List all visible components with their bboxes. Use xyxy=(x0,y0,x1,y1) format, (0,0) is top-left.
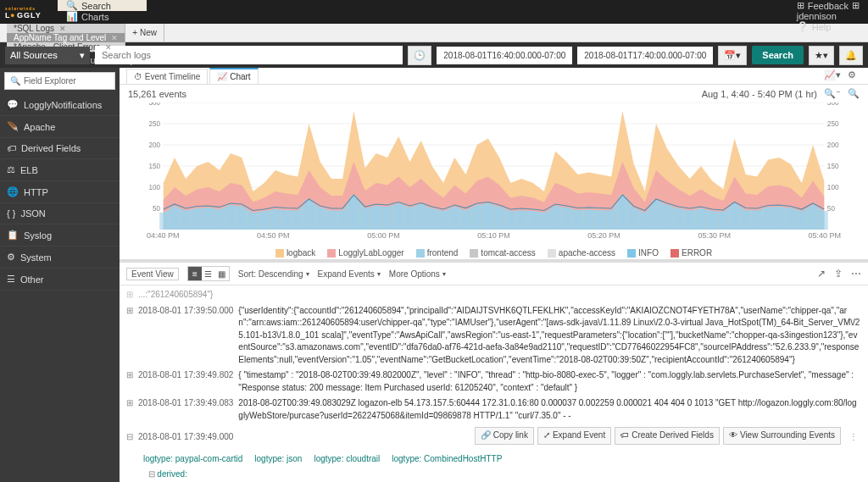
export-icon[interactable]: ⇪ xyxy=(834,268,843,280)
chart-settings-icon[interactable]: ⚙ xyxy=(848,69,856,80)
logtype-tag[interactable]: logtype: CombinedHostHTTP xyxy=(392,454,502,463)
svg-rect-79 xyxy=(765,208,772,230)
more-options-button[interactable]: More Options▾ xyxy=(389,269,446,279)
svg-rect-56 xyxy=(507,211,515,230)
field-explorer-input[interactable]: 🔍 Field Explorer xyxy=(4,72,115,90)
favorite-button[interactable]: ★▾ xyxy=(809,46,834,65)
event-view-label: Event View xyxy=(126,268,179,280)
event-action-view-surrounding-events[interactable]: 👁View Surrounding Events xyxy=(723,427,841,445)
share-icon[interactable]: ↗ xyxy=(817,268,826,280)
sort-toggle[interactable]: Sort: Descending▾ xyxy=(238,269,309,279)
collapse-icon[interactable]: ⊟ xyxy=(126,431,133,444)
svg-rect-46 xyxy=(395,203,403,230)
nav-search[interactable]: 🔍Search xyxy=(58,0,147,11)
source-select[interactable]: All Sources▾ xyxy=(5,47,90,64)
sidebar-item-derived fields[interactable]: 🏷Derived Fields xyxy=(0,138,120,159)
time-from[interactable]: 2018-08-01T16:40:00.000-07:00 xyxy=(437,47,572,64)
nav-right-help[interactable]: ❔ Help xyxy=(788,21,868,32)
sidebar-item-elb[interactable]: ⚖ELB xyxy=(0,159,120,181)
calendar-to-button[interactable]: 📅▾ xyxy=(718,46,747,65)
view-mode-toggle[interactable]: ≡☰▦ xyxy=(187,266,230,281)
event-row[interactable]: ⊞2018-08-01 17:39:49.802{ "timestamp" : … xyxy=(126,369,861,394)
svg-rect-80 xyxy=(776,207,783,230)
tree-row[interactable]: ⊟ derived: xyxy=(143,468,861,481)
svg-rect-57 xyxy=(518,211,526,230)
svg-text:300: 300 xyxy=(827,102,839,107)
svg-rect-62 xyxy=(574,210,581,230)
close-icon[interactable]: ✕ xyxy=(105,43,112,52)
legend-item[interactable]: logback xyxy=(275,248,315,258)
chart-type-icon[interactable]: 📈▾ xyxy=(824,69,841,80)
workspace-tab[interactable]: *SQL Logs✕ xyxy=(7,24,125,33)
logtype-tag[interactable]: logtype: paypal-com-cartid xyxy=(143,454,242,463)
svg-rect-72 xyxy=(686,211,693,230)
search-button[interactable]: Search xyxy=(752,46,804,64)
legend-item[interactable]: tomcat-access xyxy=(470,248,535,258)
event-action-expand-event[interactable]: ⤢Expand Event xyxy=(537,427,611,445)
tab-event-timeline[interactable]: ⏱ Event Timeline xyxy=(126,69,208,84)
legend-item[interactable]: INFO xyxy=(627,248,659,258)
field-sidebar: 🔍 Field Explorer 💬LogglyNotifications🪶Ap… xyxy=(0,68,120,482)
x-tick: 05:40 PM xyxy=(808,231,841,240)
sidebar-item-system[interactable]: ⚙System xyxy=(0,247,120,269)
sidebar-icon: { } xyxy=(7,208,15,219)
event-row[interactable]: ⊞2018-08-01 17:39:50.000{"userIdentity":… xyxy=(126,305,861,367)
tab-chart[interactable]: 📈 Chart xyxy=(209,68,258,84)
event-action-create-derived-fields[interactable]: 🏷Create Derived Fields xyxy=(615,427,720,445)
logtype-tag[interactable]: logtype: json xyxy=(254,454,302,463)
nav-icon: 🔍 xyxy=(66,0,78,11)
sidebar-item-http[interactable]: 🌐HTTP xyxy=(0,181,120,203)
svg-text:100: 100 xyxy=(149,183,161,191)
nav-charts[interactable]: 📊Charts xyxy=(58,11,147,22)
tree-toggle-icon[interactable]: ⊟ xyxy=(148,469,155,479)
expand-events-button[interactable]: Expand Events▾ xyxy=(318,269,381,279)
svg-rect-49 xyxy=(428,208,436,230)
calendar-from-button[interactable]: 🕒 xyxy=(408,46,431,65)
close-icon[interactable]: ✕ xyxy=(111,34,118,42)
nav-right-jdennison[interactable]: jdennison xyxy=(788,11,868,21)
svg-rect-33 xyxy=(249,213,257,230)
expand-icon[interactable]: ⊞ xyxy=(126,397,133,422)
sidebar-item-syslog[interactable]: 📋Syslog xyxy=(0,224,120,247)
legend-item[interactable]: ERROR xyxy=(670,248,712,258)
svg-text:150: 150 xyxy=(149,162,161,170)
svg-rect-59 xyxy=(540,213,548,230)
expand-icon[interactable]: ⊞ xyxy=(126,305,133,367)
event-more-icon[interactable]: ⋮ xyxy=(846,431,861,444)
zoom-out-icon[interactable]: 🔍⁻ xyxy=(824,88,841,99)
legend-item[interactable]: LogglyLabLogger xyxy=(327,248,403,258)
workspace-tab[interactable]: AppName Tag and Level✕ xyxy=(7,33,125,42)
event-row[interactable]: ⊞2018-08-01 17:39:49.0832018-08-02T00:39… xyxy=(126,397,861,422)
events-toolbar: Event View ≡☰▦ Sort: Descending▾ Expand … xyxy=(120,263,868,285)
svg-rect-68 xyxy=(641,213,648,230)
legend-item[interactable]: apache-access xyxy=(548,248,615,258)
x-tick: 05:30 PM xyxy=(698,231,731,240)
svg-text:300: 300 xyxy=(149,102,161,107)
svg-rect-64 xyxy=(596,210,604,230)
chart[interactable]: 5050100100150150200200250250300300 04:40… xyxy=(120,102,868,247)
nav-right-feedback[interactable]: ⊞ Feedback ⊞ xyxy=(788,0,868,11)
event-action-copy-link[interactable]: 🔗Copy link xyxy=(475,427,534,445)
legend-item[interactable]: frontend xyxy=(416,248,459,258)
time-to[interactable]: 2018-08-01T17:40:00.000-07:00 xyxy=(577,47,713,64)
close-icon[interactable]: ✕ xyxy=(59,25,66,33)
svg-rect-50 xyxy=(440,211,448,230)
sidebar-item-json[interactable]: { }JSON xyxy=(0,203,120,224)
event-timestamp: 2018-08-01 17:39:49.000 xyxy=(138,431,233,444)
svg-rect-28 xyxy=(193,208,201,230)
action-icon: 🔗 xyxy=(481,429,491,442)
more-icon[interactable]: ⋯ xyxy=(851,268,861,280)
svg-text:150: 150 xyxy=(827,162,839,170)
x-tick: 05:00 PM xyxy=(367,231,400,240)
new-tab[interactable]: + New xyxy=(125,24,164,42)
expand-icon[interactable]: ⊞ xyxy=(126,369,133,394)
sidebar-item-apache[interactable]: 🪶Apache xyxy=(0,116,120,138)
alerts-bell[interactable]: 🔔 xyxy=(839,46,863,65)
zoom-reset-icon[interactable]: 🔍 xyxy=(848,88,860,99)
logtype-tag[interactable]: logtype: cloudtrail xyxy=(314,454,380,463)
sidebar-icon: 📋 xyxy=(7,230,19,241)
sidebar-item-other[interactable]: ☰Other xyxy=(0,269,120,291)
event-timestamp: 2018-08-01 17:39:49.802 xyxy=(138,369,233,394)
sidebar-item-logglynotifications[interactable]: 💬LogglyNotifications xyxy=(0,94,120,116)
search-input[interactable] xyxy=(95,46,403,64)
